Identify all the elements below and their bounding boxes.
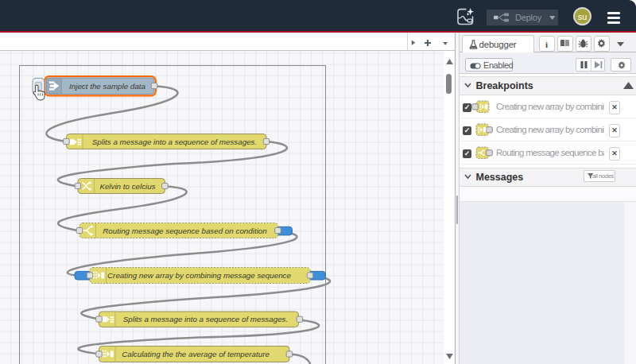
svg-text:Calculating the the average of: Calculating the the average of temperatu… [122,350,270,358]
svg-text:Splits a message into a sequen: Splits a message into a sequence of mess… [123,315,289,323]
svg-text:Splits a message into a sequen: Splits a message into a sequence of mess… [92,137,258,146]
svg-text:Routing message sequence based: Routing message sequence based on condit… [103,227,266,235]
svg-text:Inject the sample data: Inject the sample data [69,82,145,91]
svg-text:Kelvin to celcius: Kelvin to celcius [99,182,155,191]
svg-text:Creating new array by combinin: Creating new array by combining message … [107,271,291,280]
